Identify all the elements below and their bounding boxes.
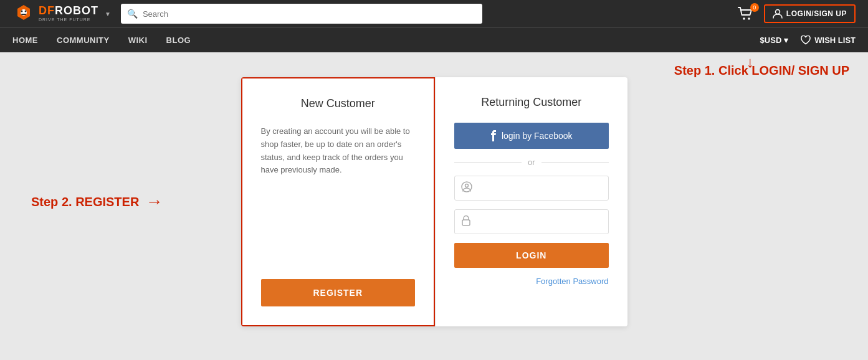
logo-dropdown-arrow[interactable]: ▼ bbox=[105, 11, 111, 17]
lock-icon bbox=[461, 215, 471, 226]
facebook-login-button[interactable]: login by Facebook bbox=[454, 123, 609, 149]
login-signup-label: LOGIN/SIGN UP bbox=[786, 9, 847, 18]
password-field-container[interactable] bbox=[454, 209, 609, 234]
nav-link-home[interactable]: HOME bbox=[12, 36, 38, 45]
username-field-container[interactable] bbox=[454, 176, 609, 201]
user-icon bbox=[773, 9, 783, 19]
logo-text: DF ROBOT DRIVE THE FUTURE bbox=[39, 5, 98, 22]
auth-card: New Customer By creating an account you … bbox=[241, 77, 627, 326]
svg-point-5 bbox=[743, 17, 745, 20]
user-circle-icon bbox=[461, 181, 472, 192]
or-text: or bbox=[528, 158, 535, 167]
lock-input-icon bbox=[461, 215, 471, 229]
logo[interactable]: DF ROBOT DRIVE THE FUTURE ▼ bbox=[12, 2, 111, 25]
svg-point-6 bbox=[748, 17, 750, 20]
step2-annotation: Step 2. REGISTER → bbox=[31, 192, 163, 212]
new-customer-title: New Customer bbox=[261, 97, 416, 110]
svg-point-3 bbox=[25, 11, 27, 12]
nav-link-community[interactable]: COMMUNITY bbox=[57, 36, 110, 45]
step1-annotation: Step 1. Click LOGIN/ SIGN UP bbox=[674, 64, 849, 78]
returning-customer-title: Returning Customer bbox=[454, 96, 609, 109]
dfrobot-logo-icon bbox=[12, 2, 35, 25]
nav-right: 0 LOGIN/SIGN UP bbox=[738, 4, 856, 23]
password-input[interactable] bbox=[476, 217, 602, 227]
search-icon: 🔍 bbox=[127, 9, 138, 19]
username-input[interactable] bbox=[477, 184, 602, 193]
facebook-login-label: login by Facebook bbox=[502, 131, 573, 141]
search-bar[interactable]: 🔍 bbox=[121, 4, 482, 24]
step2-arrow: → bbox=[145, 192, 163, 212]
svg-point-2 bbox=[21, 11, 23, 12]
svg-point-7 bbox=[775, 10, 780, 14]
returning-customer-section: Returning Customer login by Facebook or bbox=[435, 77, 627, 326]
facebook-icon bbox=[490, 130, 497, 141]
logo-df: DF bbox=[39, 5, 55, 17]
search-input[interactable] bbox=[143, 9, 476, 19]
cart-count: 0 bbox=[750, 3, 759, 12]
forgot-password-link[interactable]: Forgotten Password bbox=[454, 277, 609, 286]
login-button[interactable]: LOGIN bbox=[454, 243, 609, 268]
nav-right-secondary: $USD ▾ WISH LIST bbox=[760, 36, 856, 45]
nav-links: HOME COMMUNITY WIKI BLOG bbox=[12, 36, 191, 45]
main-content-area: Step 2. REGISTER → New Customer By creat… bbox=[0, 52, 868, 351]
logo-robot: ROBOT bbox=[55, 5, 98, 17]
svg-rect-10 bbox=[462, 220, 470, 225]
new-customer-description: By creating an account you will be able … bbox=[261, 125, 416, 269]
register-button[interactable]: REGISTER bbox=[261, 279, 416, 306]
step1-arrow: ↓ bbox=[746, 54, 754, 71]
currency-arrow: ▾ bbox=[784, 36, 788, 45]
top-navbar: DF ROBOT DRIVE THE FUTURE ▼ 🔍 0 LOGIN/SI… bbox=[0, 0, 868, 27]
svg-point-9 bbox=[465, 184, 469, 187]
svg-rect-4 bbox=[21, 14, 26, 15]
page-content: Step 1. Click LOGIN/ SIGN UP ↓ Step 2. R… bbox=[0, 52, 868, 351]
nav-link-wiki[interactable]: WIKI bbox=[128, 36, 148, 45]
wishlist-button[interactable]: WISH LIST bbox=[801, 36, 856, 45]
currency-label: $USD bbox=[760, 36, 782, 45]
heart-icon bbox=[801, 36, 811, 45]
login-signup-button[interactable]: LOGIN/SIGN UP bbox=[764, 4, 856, 23]
secondary-navbar: HOME COMMUNITY WIKI BLOG $USD ▾ WISH LIS… bbox=[0, 27, 868, 52]
logo-tagline: DRIVE THE FUTURE bbox=[39, 17, 98, 22]
cart-area[interactable]: 0 bbox=[738, 7, 754, 21]
currency-selector[interactable]: $USD ▾ bbox=[760, 36, 789, 45]
or-divider: or bbox=[454, 158, 609, 167]
new-customer-section: New Customer By creating an account you … bbox=[241, 77, 436, 326]
nav-link-blog[interactable]: BLOG bbox=[166, 36, 191, 45]
user-input-icon bbox=[461, 181, 472, 195]
wishlist-label: WISH LIST bbox=[814, 36, 856, 45]
